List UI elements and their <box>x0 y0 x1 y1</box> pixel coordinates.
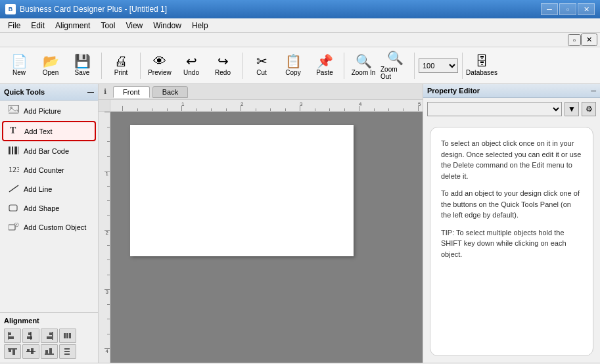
svg-rect-37 <box>49 348 52 353</box>
property-settings-button[interactable]: ⚙ <box>582 102 596 116</box>
print-button[interactable]: 🖨Print <box>106 51 136 81</box>
menu-bar: FileEditAlignmentToolViewWindowHelp <box>0 18 600 33</box>
undo-button[interactable]: ↩Undo <box>176 51 206 81</box>
quick-tool-add-picture[interactable]: Add Picture <box>2 101 96 120</box>
ruler-v-tick <box>104 230 110 231</box>
align-center-v-button[interactable] <box>22 344 39 359</box>
add-counter-label: Add Counter <box>24 166 64 174</box>
ruler-v-tick <box>104 171 110 171</box>
ruler-h-tick <box>226 108 227 111</box>
ruler-h-tick <box>418 106 419 111</box>
ruler-v-tick <box>107 216 110 216</box>
zoomin-icon: 🔍 <box>356 55 372 68</box>
save-icon: 💾 <box>74 55 91 68</box>
sub-menu-bar: ▫ ✕ <box>0 33 600 47</box>
ruler-h-tick <box>181 106 182 111</box>
align-right-edges-button[interactable] <box>41 329 58 343</box>
canvas-wrapper[interactable]: 12345 1234 <box>99 100 423 363</box>
quick-tools-list: Add PictureTAdd TextAdd Bar Code123---Ad… <box>0 101 98 237</box>
ruler-corner <box>99 100 110 112</box>
zoom-select[interactable]: 255075100150200300 <box>419 58 458 73</box>
menu-item-tool[interactable]: Tool <box>95 20 120 32</box>
toolbar-separator <box>242 53 242 79</box>
restore-button[interactable]: ▫ <box>559 3 576 15</box>
svg-rect-41 <box>64 353 70 355</box>
quick-tool-add-counter[interactable]: 123---Add Counter <box>2 161 96 179</box>
align-top-edges-button[interactable] <box>4 344 21 359</box>
align-left-edges-button[interactable] <box>4 329 21 343</box>
quick-tool-add-custom[interactable]: Add Custom Object <box>2 218 96 237</box>
databases-icon: 🗄 <box>475 55 488 68</box>
zoomout-icon: 🔍 <box>387 51 404 64</box>
property-editor-title: Property Editor <box>427 87 480 95</box>
menu-item-file[interactable]: File <box>3 20 26 32</box>
preview-button[interactable]: 👁Preview <box>145 51 175 81</box>
svg-rect-4 <box>9 147 10 154</box>
databases-button[interactable]: 🗄Databases <box>467 51 497 81</box>
quick-tool-add-line[interactable]: Add Line <box>2 180 96 198</box>
ruler-v-tick <box>107 275 110 275</box>
distribute-h-button[interactable] <box>59 329 76 343</box>
new-button[interactable]: 📄New <box>4 51 34 81</box>
canvas-surface[interactable] <box>110 112 423 363</box>
svg-rect-31 <box>12 350 15 355</box>
zoomin-button[interactable]: 🔍Zoom In <box>348 51 379 81</box>
redo-icon: ↪ <box>218 55 229 68</box>
svg-rect-18 <box>9 332 11 335</box>
alignment-grid <box>4 329 94 359</box>
close-button[interactable]: ✕ <box>578 3 595 15</box>
open-button[interactable]: 📂Open <box>35 51 66 81</box>
menu-item-window[interactable]: Window <box>148 20 187 32</box>
property-object-select[interactable] <box>427 102 562 116</box>
cut-button[interactable]: ✂Cut <box>246 51 277 81</box>
quick-tool-add-shape[interactable]: Add Shape <box>2 199 96 217</box>
tab-back[interactable]: Back <box>152 86 188 98</box>
zoomout-button[interactable]: 🔍Zoom Out <box>380 51 410 81</box>
minimize-button[interactable]: ─ <box>541 3 558 15</box>
ruler-v-tick <box>107 334 110 334</box>
mdi-close-button[interactable]: ✕ <box>581 34 597 46</box>
align-center-h-button[interactable] <box>22 329 39 343</box>
right-panel: Property Editor ─ ▼ ⚙ To select an objec… <box>423 84 600 363</box>
ruler-v-tick <box>107 186 110 187</box>
quick-tools-collapse-icon[interactable]: ─ <box>87 87 94 97</box>
quick-tool-add-text[interactable]: TAdd Text <box>2 121 96 141</box>
property-controls: ▼ ⚙ <box>423 98 600 120</box>
ruler-v-tick <box>107 156 110 157</box>
quick-tool-add-barcode[interactable]: Add Bar Code <box>2 142 96 160</box>
menu-item-help[interactable]: Help <box>187 20 214 32</box>
align-bottom-edges-button[interactable] <box>41 344 58 359</box>
svg-rect-13 <box>9 205 17 211</box>
property-expand-button[interactable]: ▼ <box>565 102 579 116</box>
svg-rect-25 <box>47 336 52 339</box>
menu-item-edit[interactable]: Edit <box>26 20 50 32</box>
copy-button[interactable]: 📋Copy <box>278 51 308 81</box>
add-custom-icon <box>8 222 20 233</box>
svg-rect-6 <box>12 147 13 154</box>
open-icon: 📂 <box>43 55 59 68</box>
menu-item-alignment[interactable]: Alignment <box>50 20 95 32</box>
ruler-h-tick <box>344 108 345 111</box>
paste-button[interactable]: 📌Paste <box>310 51 340 81</box>
svg-rect-24 <box>49 332 52 335</box>
new-icon: 📄 <box>11 55 28 68</box>
add-barcode-icon <box>8 146 20 156</box>
tab-front[interactable]: Front <box>113 86 150 98</box>
distribute-v-button[interactable] <box>59 344 76 359</box>
ruler-v-tick <box>107 245 110 246</box>
svg-rect-9 <box>18 147 18 154</box>
redo-button[interactable]: ↪Redo <box>208 51 238 81</box>
add-picture-label: Add Picture <box>24 107 61 115</box>
ruler-v-label: 2 <box>106 230 108 236</box>
undo-label: Undo <box>183 69 199 76</box>
menu-item-view[interactable]: View <box>120 20 148 32</box>
mdi-restore-button[interactable]: ▫ <box>568 34 581 46</box>
print-label: Print <box>114 69 128 76</box>
property-editor-collapse-icon[interactable]: ─ <box>591 87 596 95</box>
save-button[interactable]: 💾Save <box>67 51 97 81</box>
ruler-horizontal: 12345 <box>110 100 423 112</box>
svg-text:T: T <box>10 125 16 135</box>
quick-tools-title: Quick Tools <box>4 88 45 96</box>
svg-line-12 <box>9 185 18 192</box>
toolbar: 📄New📂Open💾Save🖨Print👁Preview↩Undo↪Redo✂C… <box>0 47 600 84</box>
